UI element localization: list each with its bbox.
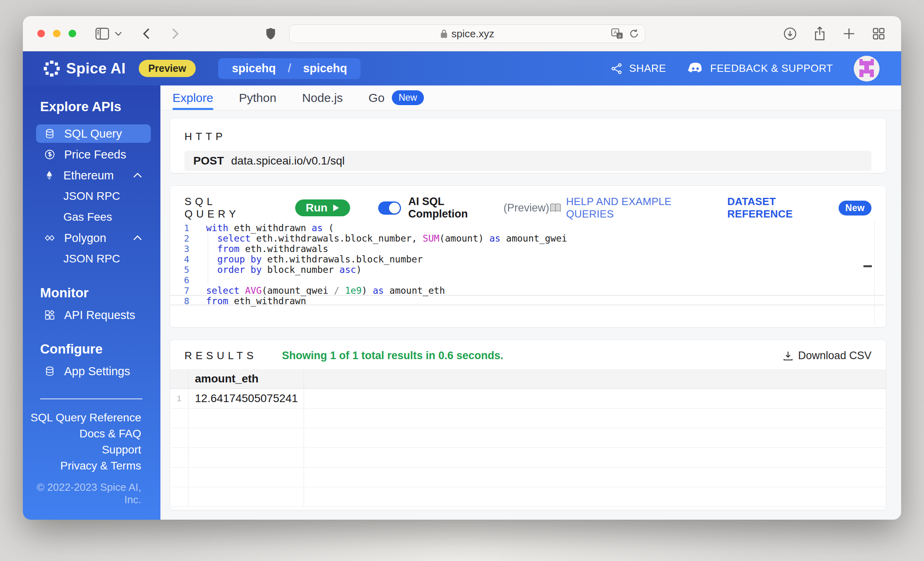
share-label: SHARE [629, 62, 666, 75]
new-tab-icon[interactable] [843, 26, 855, 41]
new-badge: New [839, 201, 871, 215]
link-sql-query-reference[interactable]: SQL Query Reference [23, 410, 160, 426]
editor-scroll-gutter[interactable] [874, 220, 875, 325]
sidebar-item-label: API Requests [64, 309, 135, 322]
sql-query-card: SQL QUERY Run AI SQL Completion (Preview… [170, 185, 886, 327]
empty-table-row [170, 409, 886, 428]
copyright: © 2022-2023 Spice AI, Inc. [23, 481, 160, 506]
http-label: HTTP [184, 130, 871, 143]
indent-guide [208, 233, 208, 285]
sidebar-item-api-requests[interactable]: API Requests [36, 306, 151, 324]
results-table: amount_eth 1 12.64174505075241 [170, 369, 886, 507]
feedback-support-button[interactable]: FEEDBACK & SUPPORT [687, 62, 833, 75]
sidebar-item-label: Price Feeds [64, 148, 126, 161]
code-line[interactable]: 3 from eth.withdrawals [170, 244, 886, 254]
ai-sql-completion-toggle[interactable] [378, 201, 401, 215]
line-number: 6 [170, 275, 189, 285]
chevron-up-icon [133, 235, 142, 241]
tab-go[interactable]: Go New [369, 85, 424, 110]
dollar-icon [44, 149, 55, 160]
app-header: Spice AI Preview spicehq / spicehq SHARE [23, 51, 901, 85]
code-line[interactable]: 2 select eth.withdrawals.block_number, S… [170, 233, 886, 244]
back-icon[interactable] [143, 28, 150, 40]
download-icon [783, 351, 793, 361]
sidebar-toggle-icon[interactable] [95, 28, 109, 40]
sidebar-item-gas-fees[interactable]: Gas Fees [23, 207, 160, 228]
line-number: 2 [170, 234, 189, 244]
sidebar-item-ethereum[interactable]: Ethereum [36, 166, 151, 185]
monitor-heading: Monitor [23, 285, 160, 301]
run-button[interactable]: Run [295, 199, 350, 216]
sidebar-item-json-rpc-ethereum[interactable]: JSON RPC [23, 186, 160, 207]
help-example-queries-link[interactable]: HELP AND EXAMPLE QUERIES [549, 195, 709, 220]
sidebar-item-label: JSON RPC [63, 252, 120, 265]
sidebar-item-json-rpc-polygon[interactable]: JSON RPC [23, 248, 160, 269]
tab-explore[interactable]: Explore [172, 85, 213, 110]
sidebar: Explore APIs SQL Query Price Feeds [23, 85, 160, 520]
brand-name: Spice AI [66, 60, 126, 77]
sidebar-item-label: JSON RPC [63, 190, 120, 203]
avatar[interactable] [854, 56, 879, 81]
sql-query-label: SQL QUERY [184, 195, 270, 220]
link-privacy-terms[interactable]: Privacy & Terms [23, 458, 160, 474]
org-name[interactable]: spicehq [232, 62, 276, 75]
sidebar-divider [40, 398, 142, 399]
tab-python[interactable]: Python [239, 85, 276, 110]
sidebar-item-price-feeds[interactable]: Price Feeds [36, 145, 151, 164]
minimize-window-button[interactable] [53, 30, 61, 37]
code-line[interactable]: 5 order by block_number asc) [170, 264, 886, 275]
code-line[interactable]: 7 select AVG(amount_gwei / 1e9) as amoun… [170, 285, 886, 296]
scroll-indicator[interactable] [863, 265, 872, 267]
empty-table-row [170, 448, 886, 468]
downloads-icon[interactable] [783, 26, 797, 41]
zoom-window-button[interactable] [69, 30, 76, 37]
tab-overview-icon[interactable] [872, 26, 885, 41]
dataset-reference-link[interactable]: DATASET REFERENCE New [727, 195, 871, 220]
url-text: spice.xyz [452, 28, 494, 40]
language-tabbar: Explore Python Node.js Go New [160, 85, 901, 110]
code-line[interactable]: 6 [170, 275, 886, 285]
empty-table-row [170, 487, 886, 507]
http-card: HTTP POST data.spiceai.io/v0.1/sql [170, 118, 886, 173]
sidebar-item-label: SQL Query [64, 127, 122, 140]
main-area: Explore Python Node.js Go New HTTP POST … [160, 85, 901, 520]
brand[interactable]: Spice AI [43, 60, 126, 77]
http-method: POST [193, 154, 224, 167]
tab-nodejs[interactable]: Node.js [302, 85, 343, 110]
share-button[interactable]: SHARE [611, 62, 666, 75]
sidebar-item-app-settings[interactable]: App Settings [36, 362, 151, 380]
ethereum-icon [44, 170, 55, 181]
shield-icon[interactable] [265, 27, 276, 40]
table-row[interactable]: 1 12.64174505075241 [170, 389, 886, 409]
sidebar-item-sql-query[interactable]: SQL Query [36, 124, 151, 143]
browser-chrome: spice.xyz A a [23, 16, 901, 51]
code-line[interactable]: 4 group by eth.withdrawals.block_number [170, 254, 886, 264]
reload-icon[interactable] [629, 28, 639, 39]
feedback-label: FEEDBACK & SUPPORT [710, 62, 833, 75]
lock-icon [440, 29, 448, 39]
code-line[interactable]: 1 with eth_withdrawn as ( [170, 223, 886, 233]
close-window-button[interactable] [37, 30, 45, 37]
preview-badge: Preview [139, 60, 196, 77]
app-name[interactable]: spicehq [303, 62, 347, 75]
book-icon [549, 203, 561, 213]
link-docs-faq[interactable]: Docs & FAQ [23, 426, 160, 442]
org-switcher[interactable]: spicehq / spicehq [218, 58, 361, 79]
spice-ai-logo-icon [43, 60, 61, 77]
share-icon[interactable] [814, 26, 826, 41]
browser-window: spice.xyz A a [23, 16, 901, 520]
chevron-down-icon[interactable] [115, 31, 122, 36]
link-support[interactable]: Support [23, 442, 160, 458]
sidebar-item-polygon[interactable]: Polygon [36, 229, 151, 247]
endpoint-url: data.spiceai.io/v0.1/sql [231, 154, 344, 167]
translate-icon[interactable]: A a [611, 28, 623, 39]
sidebar-item-label: App Settings [64, 365, 130, 378]
download-csv-button[interactable]: Download CSV [783, 350, 871, 362]
sidebar-item-label: Ethereum [63, 169, 114, 182]
sql-editor[interactable]: 1 with eth_withdrawn as ( 2 select eth.w… [170, 217, 886, 325]
help-link-label: HELP AND EXAMPLE QUERIES [566, 195, 709, 220]
forward-icon[interactable] [172, 28, 179, 40]
empty-table-row [170, 428, 886, 448]
row-number: 1 [170, 389, 188, 408]
address-bar[interactable]: spice.xyz A a [289, 24, 645, 43]
